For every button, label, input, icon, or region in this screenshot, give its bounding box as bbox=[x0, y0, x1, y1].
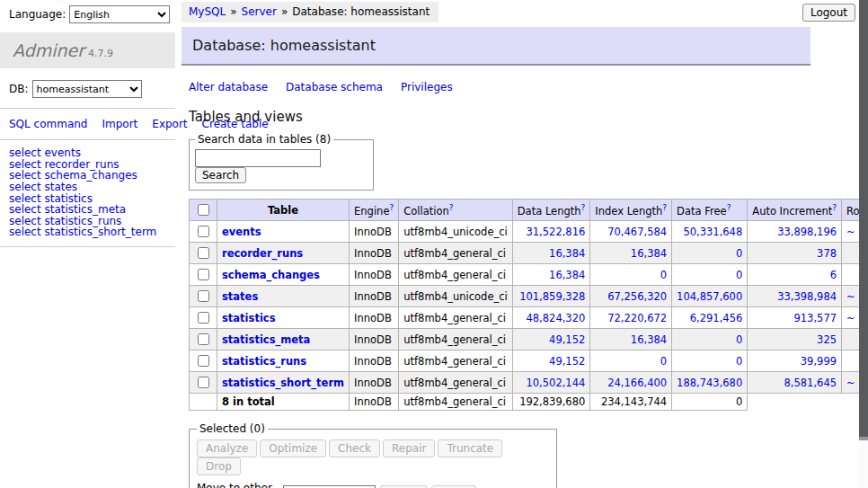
collation-cell: utf8mb4_unicode_ci bbox=[399, 286, 513, 307]
data-free-link[interactable]: 6,291,456 bbox=[690, 312, 743, 324]
auto-increment-link[interactable]: 33,398,984 bbox=[777, 290, 837, 303]
sidebar-select-table-link[interactable]: select states bbox=[9, 182, 166, 193]
search-fieldset: Search data in tables (8) Search bbox=[189, 133, 374, 191]
row-checkbox[interactable] bbox=[198, 226, 209, 237]
help-link[interactable]: ? bbox=[727, 203, 731, 212]
tables-section-title: Tables and views bbox=[189, 109, 810, 125]
table-row: recorder_runs InnoDB utf8mb4_general_ci … bbox=[190, 243, 868, 264]
index-length-link[interactable]: 0 bbox=[660, 355, 667, 368]
data-free-link[interactable]: 0 bbox=[736, 333, 742, 346]
data-length-link[interactable]: 101,859,328 bbox=[519, 290, 585, 303]
row-checkbox[interactable] bbox=[198, 377, 209, 388]
table-row: statistics_runs InnoDB utf8mb4_general_c… bbox=[190, 350, 868, 372]
index-length-link[interactable]: 0 bbox=[660, 269, 667, 281]
data-length-link[interactable]: 48,824,320 bbox=[526, 312, 585, 324]
sidebar: Language:English Adminer4.7.9 DB:homeass… bbox=[0, 0, 175, 247]
index-length-link[interactable]: 67,256,320 bbox=[607, 290, 667, 303]
column-header-label: Auto Increment bbox=[752, 205, 832, 217]
row-checkbox[interactable] bbox=[198, 355, 209, 367]
index-length-link[interactable]: 72,220,672 bbox=[607, 312, 667, 324]
breadcrumb-separator: » bbox=[230, 5, 236, 18]
help-link[interactable]: ? bbox=[389, 203, 394, 212]
language-select[interactable]: English bbox=[69, 5, 170, 23]
engine-cell: InnoDB bbox=[350, 372, 399, 394]
collation-cell: utf8mb4_general_ci bbox=[399, 372, 513, 394]
table-name-link[interactable]: statistics_meta bbox=[222, 333, 310, 346]
data-length-link[interactable]: 31,522,816 bbox=[526, 226, 585, 238]
collation-cell: utf8mb4_general_ci bbox=[399, 307, 513, 329]
logout-button[interactable]: Logout bbox=[802, 4, 855, 22]
row-checkbox[interactable] bbox=[198, 269, 209, 280]
search-button[interactable]: Search bbox=[195, 167, 246, 183]
auto-increment-link[interactable]: 33,898,196 bbox=[777, 226, 837, 238]
row-checkbox[interactable] bbox=[198, 312, 209, 324]
data-free-link[interactable]: 0 bbox=[736, 247, 742, 260]
scrollbar[interactable] bbox=[859, 0, 868, 488]
database-action-links: Alter databaseDatabase schemaPrivileges bbox=[189, 81, 810, 93]
breadcrumb-link[interactable]: Server bbox=[242, 5, 277, 18]
table-name-link[interactable]: events bbox=[222, 226, 261, 238]
scrollbar-thumb[interactable] bbox=[859, 0, 868, 440]
data-length-link[interactable]: 16,384 bbox=[549, 247, 585, 260]
search-input[interactable] bbox=[195, 149, 321, 167]
footer-checkbox-cell bbox=[190, 394, 217, 411]
data-length-link[interactable]: 49,152 bbox=[549, 355, 585, 368]
row-checkbox[interactable] bbox=[198, 333, 209, 345]
database-action-link[interactable]: Alter database bbox=[189, 81, 268, 93]
table-name-link[interactable]: recorder_runs bbox=[222, 247, 303, 260]
sidebar-select-table-link[interactable]: select statistics_short_term bbox=[9, 226, 166, 238]
total-data-length-cell: 192,839,680 bbox=[512, 394, 590, 411]
column-header: Collation? bbox=[399, 200, 513, 221]
row-checkbox[interactable] bbox=[198, 247, 209, 259]
sidebar-menu: SQL commandImportExportCreate table bbox=[0, 109, 175, 140]
header-checkbox-cell bbox=[190, 200, 217, 221]
index-length-link[interactable]: 70,467,584 bbox=[607, 226, 667, 238]
auto-increment-link[interactable]: 6 bbox=[830, 269, 837, 281]
breadcrumb-link[interactable]: MySQL bbox=[189, 5, 226, 18]
index-length-link[interactable]: 16,384 bbox=[631, 247, 667, 260]
db-select[interactable]: homeassistant bbox=[32, 80, 142, 98]
help-link[interactable]: ? bbox=[449, 203, 454, 212]
help-link[interactable]: ? bbox=[832, 203, 837, 212]
language-row: Language:English bbox=[0, 0, 175, 23]
table-name-link[interactable]: statistics_short_term bbox=[222, 377, 344, 389]
table-name-link[interactable]: statistics_runs bbox=[222, 355, 306, 368]
row-checkbox[interactable] bbox=[198, 290, 209, 302]
sidebar-menu-link[interactable]: SQL command bbox=[9, 118, 87, 130]
move-row: Move to other database: homeassistant Mo… bbox=[197, 482, 549, 488]
data-free-link[interactable]: 104,857,600 bbox=[677, 290, 742, 303]
auto-increment-link[interactable]: 378 bbox=[817, 247, 837, 260]
table-name-link[interactable]: states bbox=[222, 290, 258, 303]
sidebar-select-table-link[interactable]: select statistics_meta bbox=[9, 204, 166, 216]
auto-increment-link[interactable]: 913,577 bbox=[793, 312, 837, 324]
sidebar-select-table-link[interactable]: select events bbox=[9, 147, 166, 159]
selected-action-button: Repair bbox=[383, 439, 435, 457]
search-legend: Search data in tables (8) bbox=[195, 133, 333, 146]
selected-legend: Selected (0) bbox=[197, 422, 268, 435]
auto-increment-link[interactable]: 39,999 bbox=[801, 355, 837, 368]
column-header-label: Index Length bbox=[595, 205, 662, 217]
help-link[interactable]: ? bbox=[581, 203, 586, 212]
help-link[interactable]: ? bbox=[662, 203, 667, 212]
auto-increment-link[interactable]: 8,581,645 bbox=[784, 377, 837, 389]
data-length-link[interactable]: 10,502,144 bbox=[526, 377, 585, 389]
table-name-link[interactable]: schema_changes bbox=[222, 269, 320, 281]
database-action-link[interactable]: Database schema bbox=[286, 81, 383, 93]
engine-cell: InnoDB bbox=[350, 286, 399, 307]
data-length-link[interactable]: 49,152 bbox=[549, 333, 585, 346]
data-free-link[interactable]: 0 bbox=[736, 355, 742, 368]
engine-cell: InnoDB bbox=[350, 350, 399, 372]
column-header-label: Table bbox=[268, 204, 298, 217]
data-free-link[interactable]: 0 bbox=[736, 269, 742, 281]
auto-increment-link[interactable]: 325 bbox=[817, 333, 837, 346]
data-length-link[interactable]: 16,384 bbox=[549, 269, 585, 281]
data-free-link[interactable]: 50,331,648 bbox=[683, 226, 742, 238]
data-free-link[interactable]: 188,743,680 bbox=[677, 377, 742, 389]
engine-cell: InnoDB bbox=[350, 329, 399, 350]
sidebar-menu-link[interactable]: Import bbox=[102, 118, 137, 130]
index-length-link[interactable]: 24,166,400 bbox=[607, 377, 667, 389]
database-action-link[interactable]: Privileges bbox=[401, 81, 453, 93]
select-all-checkbox[interactable] bbox=[198, 204, 209, 216]
index-length-link[interactable]: 16,384 bbox=[631, 333, 667, 346]
table-name-link[interactable]: statistics bbox=[222, 312, 276, 324]
